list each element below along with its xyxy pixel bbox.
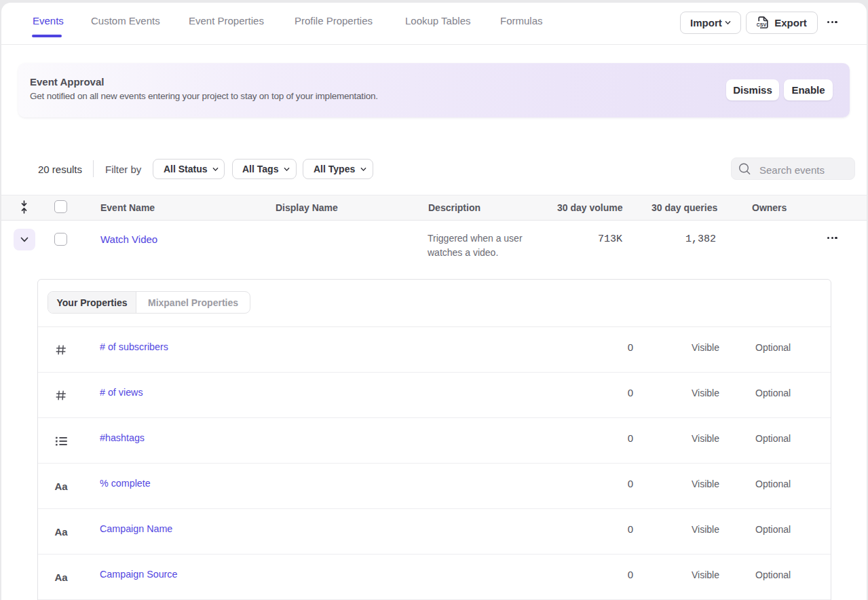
svg-text:CSV: CSV	[757, 22, 766, 28]
